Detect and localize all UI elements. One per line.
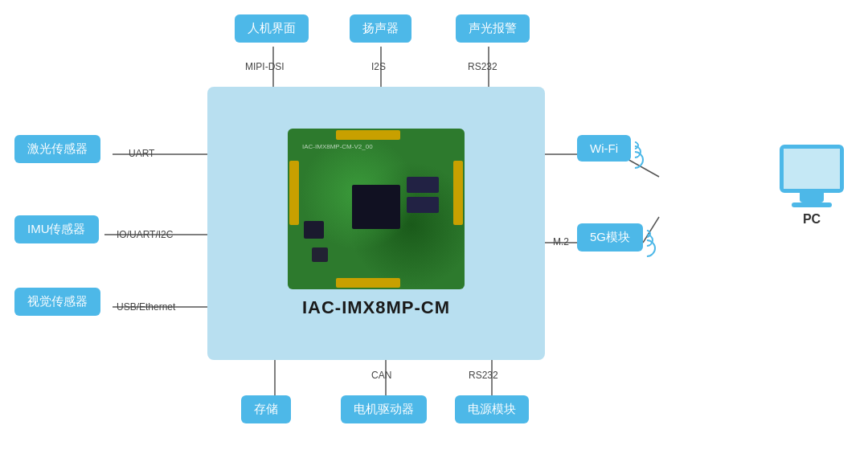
pcb-label: IAC-IMX8MP-CM-V2_00 <box>302 143 373 150</box>
label-laser: 激光传感器 <box>14 135 100 163</box>
iface-can: CAN <box>371 370 391 381</box>
label-5g: 5G模块 <box>577 223 643 252</box>
label-visual: 视觉传感器 <box>14 288 100 316</box>
pcb-image: IAC-IMX8MP-CM-V2_00 <box>288 129 465 289</box>
iface-rs232-top: RS232 <box>468 61 497 72</box>
iface-uart: UART <box>129 148 154 159</box>
label-wifi: Wi-Fi <box>577 135 631 162</box>
monitor-icon <box>780 145 844 193</box>
iface-usb-eth: USB/Ethernet <box>117 301 175 313</box>
monitor-stand <box>800 193 824 202</box>
iface-io-uart-i2c: IO/UART/I2C <box>117 229 173 240</box>
iface-m2: M.2 <box>553 236 569 247</box>
label-storage: 存储 <box>241 395 291 423</box>
label-power: 电源模块 <box>455 395 529 423</box>
wifi-waves <box>631 141 644 169</box>
label-motor: 电机驱动器 <box>341 395 427 423</box>
iface-rs232-bot: RS232 <box>469 370 498 381</box>
label-imu: IMU传感器 <box>14 215 99 243</box>
iface-mipi: MIPI-DSI <box>245 61 285 72</box>
board-title: IAC-IMX8MP-CM <box>302 297 450 318</box>
label-alarm: 声光报警 <box>456 14 530 43</box>
pc-label: PC <box>803 212 821 227</box>
diagram: IAC-IMX8MP-CM-V2_00 IAC-IMX8MP-CM 人机界面 扬… <box>0 0 868 454</box>
label-speaker: 扬声器 <box>350 14 411 43</box>
monitor-base <box>792 202 832 207</box>
5g-waves <box>643 230 656 257</box>
pc-icon: PC <box>780 145 844 227</box>
iface-i2s: I2S <box>371 61 386 72</box>
center-board: IAC-IMX8MP-CM-V2_00 IAC-IMX8MP-CM <box>207 87 545 360</box>
label-hmi: 人机界面 <box>235 14 309 43</box>
